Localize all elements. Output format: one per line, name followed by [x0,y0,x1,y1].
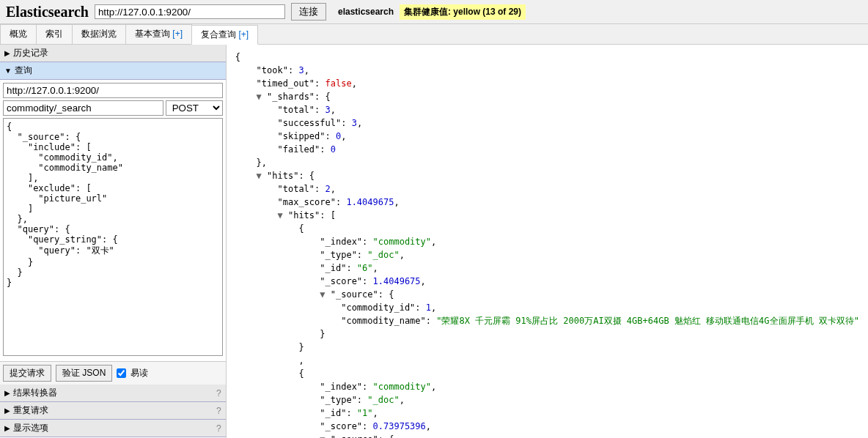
app-name-label: elasticsearch [338,7,394,17]
repeat-label: 重复请求 [13,404,48,417]
chevron-right-icon: ▶ [4,49,10,57]
display-opts-label: 显示选项 [13,422,48,434]
method-select[interactable]: POST [166,100,223,116]
repeat-request-header[interactable]: ▶ 重复请求 ? [0,402,226,420]
logo: Elasticsearch [6,4,89,21]
validate-json-button[interactable]: 验证 JSON [56,365,112,382]
tab-overview[interactable]: 概览 [0,24,37,44]
tab-browse[interactable]: 数据浏览 [72,24,126,44]
query-path-input[interactable] [3,100,163,116]
tab-compound-query[interactable]: 复合查询 [+] [191,25,258,45]
collapse-toggle-icon[interactable]: ▼ [257,171,262,181]
chevron-down-icon: ▼ [4,67,12,75]
plus-icon: [+] [238,29,249,40]
chevron-right-icon: ▶ [4,389,10,397]
response-panel: { "took": 3, "timed_out": false, ▼ "_sha… [227,45,868,438]
sidebar: ▶ 历史记录 ▼ 查询 POST 提交请求 验证 JSON 易读 ▶ 结果转换器 [0,45,227,438]
connect-button[interactable]: 连接 [291,3,326,21]
query-label: 查询 [15,64,32,77]
readable-checkbox[interactable] [117,368,126,378]
collapse-toggle-icon[interactable]: ▼ [320,289,325,300]
result-transform-label: 结果转换器 [13,387,57,399]
plus-icon: [+] [172,29,183,39]
submit-button[interactable]: 提交请求 [3,365,51,382]
chevron-right-icon: ▶ [4,407,10,415]
history-label: 历史记录 [13,47,48,59]
chevron-right-icon: ▶ [4,424,10,432]
tab-indices[interactable]: 索引 [36,24,73,44]
help-icon[interactable]: ? [216,406,221,416]
query-body-textarea[interactable] [3,118,223,356]
tab-bar: 概览 索引 数据浏览 基本查询 [+] 复合查询 [+] [0,24,868,45]
help-icon[interactable]: ? [216,388,221,398]
header-bar: Elasticsearch 连接 elasticsearch 集群健康值: ye… [0,0,868,24]
help-icon[interactable]: ? [216,423,221,434]
tab-basic-query[interactable]: 基本查询 [+] [125,24,192,44]
query-url-input[interactable] [3,83,223,98]
history-section-header[interactable]: ▶ 历史记录 [0,45,226,62]
collapse-toggle-icon[interactable]: ▼ [320,434,325,438]
result-transform-header[interactable]: ▶ 结果转换器 ? [0,385,226,402]
cluster-health-badge: 集群健康值: yellow (13 of 29) [400,4,526,20]
cluster-url-input[interactable] [95,4,285,19]
readable-label: 易读 [130,367,148,379]
display-options-header[interactable]: ▶ 显示选项 ? [0,420,226,437]
query-section-header[interactable]: ▼ 查询 [0,62,226,80]
collapse-toggle-icon[interactable]: ▼ [257,92,262,102]
collapse-toggle-icon[interactable]: ▼ [277,210,282,220]
